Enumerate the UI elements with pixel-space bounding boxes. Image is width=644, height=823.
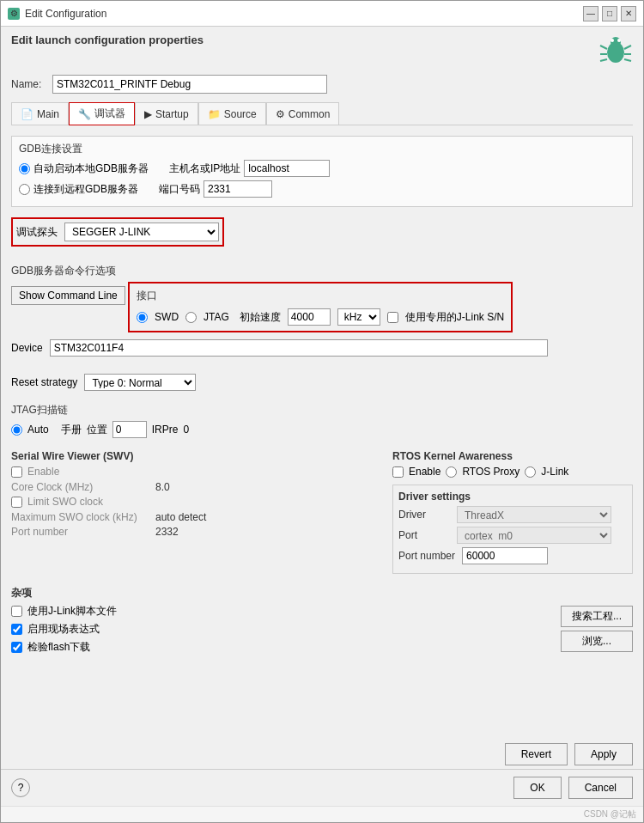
spacer bbox=[1, 705, 643, 739]
live-expr-checkbox[interactable] bbox=[11, 624, 22, 635]
driver-portnum-input[interactable] bbox=[462, 547, 548, 564]
device-input[interactable] bbox=[50, 339, 548, 357]
help-btn[interactable]: ? bbox=[11, 778, 30, 797]
svg-point-8 bbox=[611, 39, 614, 42]
swv-title: Serial Wire Viewer (SWV) bbox=[11, 450, 382, 462]
hostname-input[interactable] bbox=[244, 160, 330, 177]
swv-clock-label: Core Clock (MHz) bbox=[11, 481, 149, 493]
sn-checkbox[interactable] bbox=[387, 312, 398, 323]
interface-title: 接口 bbox=[137, 289, 504, 303]
speed-unit-select[interactable]: kHz bbox=[337, 308, 380, 326]
tab-main[interactable]: 📄 Main bbox=[11, 102, 69, 125]
cancel-btn[interactable]: Cancel bbox=[568, 777, 633, 799]
device-label: Device bbox=[11, 342, 43, 354]
swv-section: Serial Wire Viewer (SWV) Enable Core Clo… bbox=[11, 450, 382, 538]
tab-bar: 📄 Main 🔧 调试器 ▶ Startup 📁 Source ⚙ Common bbox=[11, 102, 633, 125]
browse-btn[interactable]: 浏览... bbox=[561, 631, 633, 652]
driver-title: Driver settings bbox=[398, 491, 627, 503]
jtag-title: JTAG扫描链 bbox=[11, 403, 633, 418]
jlink-script-label: 使用J-Link脚本文件 bbox=[27, 604, 117, 619]
misc-buttons: 搜索工程... 浏览... bbox=[561, 604, 633, 658]
debugger-tab-label: 调试器 bbox=[94, 107, 125, 121]
source-tab-icon: 📁 bbox=[208, 108, 221, 120]
gdb-connection-title: GDB连接设置 bbox=[19, 142, 625, 156]
revert-btn[interactable]: Revert bbox=[505, 743, 568, 765]
close-btn[interactable]: ✕ bbox=[621, 6, 636, 21]
tab-common[interactable]: ⚙ Common bbox=[266, 102, 340, 125]
max-swo-value: auto detect bbox=[155, 511, 206, 523]
live-expr-row: 启用现场表达式 bbox=[11, 622, 117, 637]
tab-source[interactable]: 📁 Source bbox=[198, 102, 266, 125]
svg-line-7 bbox=[624, 59, 631, 61]
swv-enable-checkbox[interactable] bbox=[11, 466, 22, 478]
driver-row: Driver ThreadX bbox=[398, 506, 627, 523]
driver-portnum-row: Port number bbox=[398, 547, 627, 564]
swd-label: SWD bbox=[155, 311, 179, 323]
page-title: Edit launch configuration properties bbox=[11, 34, 204, 46]
debugger-probe-wrapper: 调试探头 SEGGER J-LINK bbox=[11, 217, 633, 253]
remote-gdb-label: 连接到远程GDB服务器 bbox=[33, 182, 138, 197]
port-input[interactable] bbox=[204, 180, 272, 198]
rtos-enable-label: Enable bbox=[409, 466, 440, 478]
swv-port-label: Port number bbox=[11, 526, 149, 538]
limit-swo-checkbox[interactable] bbox=[11, 497, 22, 508]
verify-flash-checkbox[interactable] bbox=[11, 642, 22, 653]
svg-line-5 bbox=[624, 46, 631, 49]
live-expr-label: 启用现场表达式 bbox=[27, 622, 100, 637]
jtag-radio[interactable] bbox=[185, 312, 197, 323]
window-title: Edit Configuration bbox=[25, 8, 106, 20]
tab-debugger[interactable]: 🔧 调试器 bbox=[69, 102, 135, 125]
maximize-btn[interactable]: □ bbox=[602, 6, 617, 21]
tab-startup[interactable]: ▶ Startup bbox=[135, 102, 198, 125]
main-tab-label: Main bbox=[37, 108, 59, 120]
jlink-script-checkbox[interactable] bbox=[11, 606, 22, 617]
bug-icon bbox=[598, 34, 633, 68]
name-label: Name: bbox=[11, 78, 46, 90]
rtos-jlink-label: J-Link bbox=[541, 466, 568, 478]
misc-section: 杂项 使用J-Link脚本文件 启用现场表达式 检验flash下载 bbox=[11, 586, 633, 658]
driver-label: Driver bbox=[398, 509, 450, 521]
titlebar-left: ⚙ Edit Configuration bbox=[8, 8, 106, 20]
swd-radio[interactable] bbox=[137, 312, 148, 323]
rtos-title: RTOS Kernel Awareness bbox=[392, 450, 633, 462]
rtos-proxy-radio[interactable] bbox=[446, 466, 457, 478]
apply-btn[interactable]: Apply bbox=[574, 743, 633, 765]
swv-port-value: 2332 bbox=[155, 526, 179, 538]
driver-select[interactable]: ThreadX bbox=[457, 506, 611, 523]
remote-gdb-radio[interactable] bbox=[19, 184, 30, 195]
port-label: 端口号码 bbox=[159, 182, 200, 197]
reset-select[interactable]: Type 0: Normal bbox=[84, 374, 196, 391]
search-project-btn[interactable]: 搜索工程... bbox=[561, 606, 633, 627]
rtos-jlink-radio[interactable] bbox=[525, 466, 536, 478]
jtag-section: JTAG扫描链 Auto 手册 位置 IRPre 0 bbox=[11, 403, 633, 438]
debugger-tab-icon: 🔧 bbox=[78, 108, 91, 120]
sn-label: 使用专用的J-Link S/N bbox=[405, 310, 504, 325]
driver-port-select[interactable]: cortex_m0 bbox=[457, 527, 611, 544]
speed-input[interactable] bbox=[288, 308, 331, 326]
gdb-server-title: GDB服务器命令行选项 bbox=[11, 264, 633, 278]
show-command-btn[interactable]: Show Command Line bbox=[11, 286, 125, 305]
footer-row1: Revert Apply bbox=[1, 738, 643, 769]
auto-gdb-radio[interactable] bbox=[19, 163, 30, 174]
jtag-pos-input[interactable] bbox=[112, 421, 147, 438]
bottom-bar: CSDN @记帖 bbox=[1, 806, 643, 822]
name-input[interactable] bbox=[52, 75, 327, 94]
debugger-probe-label: 调试探头 bbox=[16, 225, 58, 240]
misc-content: 使用J-Link脚本文件 启用现场表达式 检验flash下载 搜索工程... 浏… bbox=[11, 604, 633, 658]
jtag-auto-radio[interactable] bbox=[11, 424, 22, 436]
content-area: Name: 📄 Main 🔧 调试器 ▶ Startup 📁 Source ⚙ bbox=[1, 71, 643, 705]
auto-gdb-label: 自动启动本地GDB服务器 bbox=[33, 162, 149, 176]
minimize-btn[interactable]: — bbox=[583, 6, 598, 21]
rtos-proxy-label: RTOS Proxy bbox=[462, 466, 519, 478]
rtos-enable-checkbox[interactable] bbox=[392, 466, 404, 478]
remote-gdb-row: 连接到远程GDB服务器 端口号码 bbox=[19, 180, 625, 198]
page-header: Edit launch configuration properties bbox=[1, 27, 643, 71]
watermark: CSDN @记帖 bbox=[584, 809, 636, 819]
swv-clock-value: 8.0 bbox=[155, 481, 170, 493]
ok-btn[interactable]: OK bbox=[513, 777, 561, 799]
debugger-probe-select[interactable]: SEGGER J-LINK bbox=[64, 223, 219, 241]
max-swo-label: Maximum SWO clock (kHz) bbox=[11, 511, 149, 523]
jlink-script-row: 使用J-Link脚本文件 bbox=[11, 604, 117, 619]
interface-box: 接口 SWD JTAG 初始速度 kHz 使用专用的J-Link S/N bbox=[128, 282, 513, 332]
jtag-manual-label: 手册 bbox=[61, 423, 82, 437]
